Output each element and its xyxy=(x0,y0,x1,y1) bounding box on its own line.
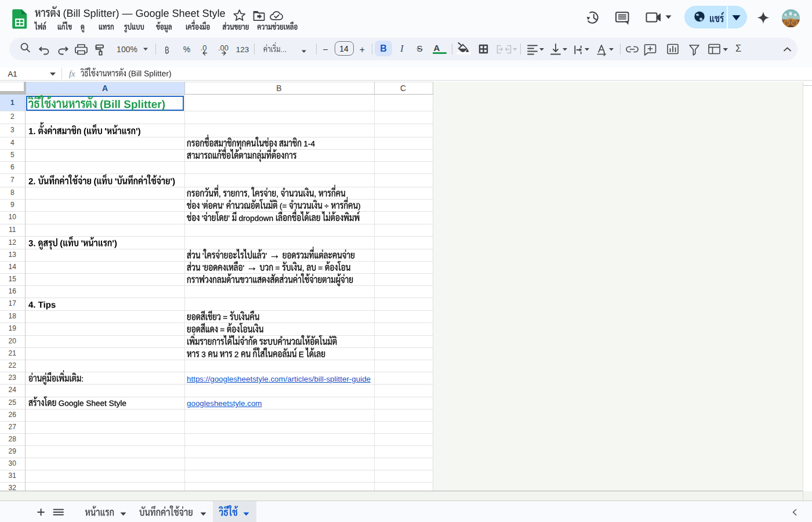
svg-text:fx: fx xyxy=(69,69,75,78)
